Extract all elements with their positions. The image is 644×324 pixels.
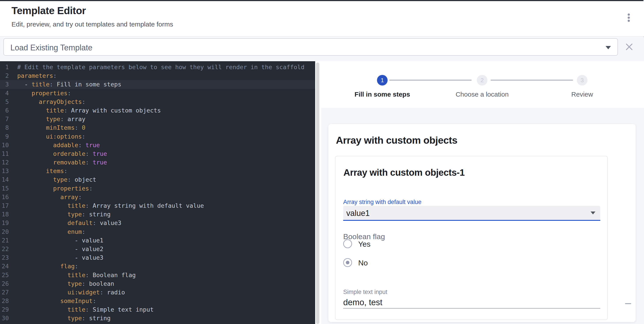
- code-text: title: Array with custom objects: [17, 106, 161, 115]
- text-field-label: Simple text input: [343, 289, 387, 295]
- radio-circle-icon: [343, 258, 352, 267]
- code-text: ui:widget: radio: [17, 288, 125, 296]
- radio-option-no[interactable]: No: [343, 258, 387, 267]
- line-number: 8: [0, 123, 9, 132]
- code-line-15[interactable]: 15 properties:: [0, 184, 315, 193]
- line-number: 3: [0, 80, 9, 89]
- code-line-24[interactable]: 24 flag:: [0, 262, 315, 270]
- code-line-6[interactable]: 6 title: Array with custom objects: [0, 106, 315, 115]
- line-number: 26: [0, 279, 9, 288]
- code-line-14[interactable]: 14 type: object: [0, 175, 315, 184]
- code-text: title: Simple text input: [17, 305, 154, 314]
- code-line-17[interactable]: 17 title: Array string with default valu…: [0, 201, 315, 210]
- code-line-21[interactable]: 21 - value1: [0, 236, 315, 245]
- line-number: 9: [0, 132, 9, 141]
- code-text: array:: [17, 193, 82, 201]
- editor-scrollbar-thumb[interactable]: [316, 63, 319, 324]
- line-number: 25: [0, 271, 9, 279]
- line-number: 17: [0, 201, 9, 210]
- radio-option-yes[interactable]: Yes: [343, 239, 387, 248]
- code-line-2[interactable]: 2parameters:: [0, 71, 315, 80]
- step-label-1: Fill in some steps: [338, 91, 426, 98]
- load-existing-template-select[interactable]: Load Existing Template: [3, 38, 618, 56]
- code-line-11[interactable]: 11 orderable: true: [0, 149, 315, 158]
- template-editor-page: Template Editor Edit, preview, and try o…: [0, 0, 644, 324]
- code-line-16[interactable]: 16 array:: [0, 193, 315, 201]
- line-number: 4: [0, 89, 9, 98]
- line-number: 27: [0, 288, 9, 296]
- code-text: type: object: [17, 175, 96, 184]
- line-number: 5: [0, 98, 9, 106]
- code-line-8[interactable]: 8 minItems: 0: [0, 123, 315, 132]
- code-text: default: value3: [17, 219, 121, 227]
- code-line-25[interactable]: 25 title: Boolean flag: [0, 271, 315, 279]
- more-options-icon[interactable]: [624, 11, 633, 28]
- code-text: addable: true: [17, 141, 100, 149]
- code-text: orderable: true: [17, 149, 107, 158]
- code-line-5[interactable]: 5 arrayObjects:: [0, 98, 315, 106]
- line-number: 28: [0, 296, 9, 305]
- editor-scrollbar-track: [315, 61, 321, 324]
- clear-template-button[interactable]: [625, 43, 633, 51]
- code-line-28[interactable]: 28 someInput:: [0, 296, 315, 305]
- code-text: enum:: [17, 227, 86, 236]
- form-section-title: Array with custom objects: [336, 135, 458, 146]
- array-string-select-value: value1: [346, 209, 370, 218]
- code-line-3[interactable]: 3 - title: Fill in some steps: [0, 80, 315, 89]
- line-number: 22: [0, 245, 9, 253]
- line-number: 15: [0, 184, 9, 193]
- code-text: parameters:: [17, 71, 57, 80]
- code-text: title: Boolean flag: [17, 271, 136, 279]
- step-circle-3[interactable]: 3: [577, 75, 588, 86]
- code-line-26[interactable]: 26 type: boolean: [0, 279, 315, 288]
- code-text: type: string: [17, 314, 111, 322]
- code-line-22[interactable]: 22 - value2: [0, 245, 315, 253]
- line-number: 24: [0, 262, 9, 270]
- code-line-27[interactable]: 27 ui:widget: radio: [0, 288, 315, 296]
- step-circle-1[interactable]: 1: [377, 75, 388, 86]
- code-line-4[interactable]: 4 properties:: [0, 89, 315, 98]
- step-circle-2[interactable]: 2: [477, 75, 488, 86]
- step-label-2: Choose a location: [438, 91, 526, 98]
- line-number: 16: [0, 193, 9, 201]
- array-item-title: Array with custom objects-1: [344, 167, 465, 178]
- code-line-1[interactable]: 1# Edit the template parameters below to…: [0, 63, 315, 71]
- code-line-10[interactable]: 10 addable: true: [0, 141, 315, 149]
- line-number: 18: [0, 210, 9, 219]
- page-subtitle: Edit, preview, and try out templates and…: [12, 21, 173, 28]
- radio-label: Yes: [358, 240, 370, 248]
- code-line-19[interactable]: 19 default: value3: [0, 219, 315, 227]
- code-text: removable: true: [17, 158, 107, 167]
- line-number: 23: [0, 253, 9, 262]
- code-text: flag:: [17, 262, 78, 270]
- code-line-30[interactable]: 30 type: string: [0, 314, 315, 322]
- select-field-label: Array string with default value: [343, 199, 422, 206]
- code-line-18[interactable]: 18 type: string: [0, 210, 315, 219]
- minus-icon: [625, 303, 631, 304]
- code-line-29[interactable]: 29 title: Simple text input: [0, 305, 315, 314]
- simple-text-input[interactable]: demo, test: [343, 298, 382, 307]
- code-line-12[interactable]: 12 removable: true: [0, 158, 315, 167]
- code-text: # Edit the template parameters below to …: [17, 63, 304, 71]
- code-text: - title: Fill in some steps: [17, 80, 121, 89]
- code-text: someInput:: [17, 296, 96, 305]
- code-line-13[interactable]: 13 items:: [0, 167, 315, 175]
- code-line-20[interactable]: 20 enum:: [0, 227, 315, 236]
- code-line-9[interactable]: 9 ui:options:: [0, 132, 315, 141]
- remove-array-item-button[interactable]: [622, 297, 634, 310]
- array-string-select[interactable]: value1: [343, 206, 600, 220]
- step-connector-2: [491, 80, 573, 81]
- code-text: properties:: [17, 184, 92, 193]
- load-template-placeholder: Load Existing Template: [10, 43, 92, 52]
- line-number: 11: [0, 149, 9, 158]
- line-number: 29: [0, 305, 9, 314]
- yaml-code-editor[interactable]: 1# Edit the template parameters below to…: [0, 61, 315, 324]
- code-text: ui:options:: [17, 132, 86, 141]
- radio-dot-icon: [346, 261, 350, 264]
- code-text: properties:: [17, 89, 71, 98]
- code-line-23[interactable]: 23 - value3: [0, 253, 315, 262]
- line-number: 2: [0, 71, 9, 80]
- code-text: type: string: [17, 210, 111, 219]
- line-number: 7: [0, 115, 9, 123]
- code-line-7[interactable]: 7 type: array: [0, 115, 315, 123]
